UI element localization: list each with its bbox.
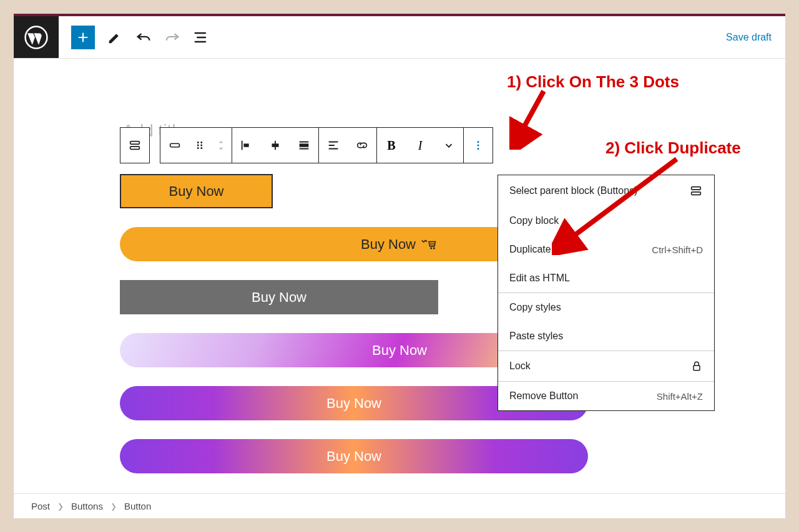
menu-label: Copy styles (509, 302, 561, 313)
align-center-icon (268, 138, 282, 152)
menu-label: Lock (509, 360, 531, 372)
document-outline-button[interactable] (192, 29, 210, 46)
svg-point-9 (200, 147, 202, 149)
buttons-block-icon (128, 138, 142, 152)
block-toolbar-group-align (232, 127, 319, 163)
svg-rect-3 (170, 143, 180, 147)
menu-label: Duplicate (509, 244, 551, 255)
chevron-right-icon: ❯ (110, 502, 117, 511)
move-updown-icon (214, 138, 228, 152)
breadcrumb-item[interactable]: Button (124, 501, 151, 511)
button-label: Buy Now (326, 395, 381, 412)
redo-button[interactable] (164, 29, 181, 46)
svg-point-17 (433, 247, 435, 249)
pencil-icon (106, 29, 124, 46)
top-toolbar: Save draft (14, 16, 785, 59)
editor-frame: Save draft Add title (14, 14, 785, 518)
italic-button[interactable]: I (406, 128, 434, 163)
text-align-icon (326, 138, 340, 152)
align-full-button[interactable] (290, 128, 318, 163)
menu-remove[interactable]: Remove Button Shift+Alt+Z (498, 381, 714, 410)
svg-rect-20 (694, 365, 700, 370)
select-buttons-block-button[interactable] (120, 128, 149, 163)
redo-icon (164, 29, 181, 46)
wordpress-icon (24, 26, 48, 49)
svg-point-7 (200, 145, 202, 147)
svg-point-8 (197, 147, 199, 149)
link-icon (355, 138, 369, 152)
buy-now-button-6[interactable]: Buy Now (120, 439, 588, 473)
list-icon (192, 29, 210, 46)
chevron-down-icon (442, 138, 456, 152)
svg-rect-12 (300, 143, 309, 147)
block-options-button[interactable] (464, 128, 493, 163)
save-draft-link[interactable]: Save draft (726, 32, 772, 43)
top-right-tools: Save draft (726, 16, 785, 58)
arrow-2 (552, 155, 683, 255)
plus-icon (76, 31, 90, 44)
move-updown-button[interactable] (210, 128, 232, 163)
block-toolbar-group-parent (120, 127, 150, 163)
edit-mode-button[interactable] (106, 29, 124, 46)
align-center-button[interactable] (261, 128, 290, 163)
svg-point-16 (430, 247, 432, 249)
block-type-button[interactable] (160, 128, 189, 163)
top-left-tools (59, 16, 210, 58)
svg-point-6 (197, 145, 199, 147)
block-toolbar-group-more (463, 127, 493, 163)
svg-rect-19 (692, 192, 701, 195)
breadcrumb-item[interactable]: Post (31, 501, 50, 511)
button-block-icon (168, 138, 182, 152)
menu-edit-html[interactable]: Edit as HTML (498, 264, 714, 293)
svg-point-15 (477, 148, 479, 150)
text-align-button[interactable] (319, 128, 348, 163)
button-label: Buy Now (361, 236, 416, 253)
button-label: Buy Now (326, 448, 381, 465)
block-toolbar-group-text: B I (376, 127, 464, 163)
cart-icon (419, 238, 438, 251)
svg-point-14 (477, 144, 479, 146)
bold-button[interactable]: B (377, 128, 406, 163)
svg-rect-10 (243, 143, 248, 147)
annotation-1: 1) Click On The 3 Dots (507, 72, 679, 92)
three-dots-icon (471, 138, 485, 152)
menu-shortcut: Shift+Alt+Z (657, 391, 703, 402)
more-text-button[interactable] (434, 128, 463, 163)
align-left-icon (240, 138, 253, 152)
link-button[interactable] (348, 128, 376, 163)
wordpress-logo[interactable] (14, 16, 59, 58)
menu-label: Remove Button (509, 390, 578, 402)
annotation-2: 2) Click Duplicate (605, 138, 741, 158)
button-label: Buy Now (169, 183, 223, 200)
menu-paste-styles[interactable]: Paste styles (498, 322, 714, 351)
align-left-button[interactable] (232, 128, 261, 163)
add-block-button[interactable] (71, 26, 95, 49)
drag-handle[interactable] (189, 128, 210, 163)
menu-label: Paste styles (509, 331, 563, 342)
lock-icon (690, 360, 703, 372)
svg-rect-1 (130, 142, 140, 145)
align-full-icon (297, 138, 311, 152)
buy-now-button-1[interactable]: Buy Now (120, 174, 273, 208)
button-label: Buy Now (252, 289, 306, 306)
menu-copy-styles[interactable]: Copy styles (498, 293, 714, 322)
svg-rect-18 (692, 187, 701, 190)
svg-point-4 (197, 142, 199, 143)
editor-canvas: Add title (14, 59, 785, 493)
menu-lock[interactable]: Lock (498, 351, 714, 381)
drag-icon (193, 138, 207, 152)
breadcrumb-item[interactable]: Buttons (71, 501, 103, 511)
undo-button[interactable] (135, 29, 152, 46)
block-toolbar-group-transform (160, 127, 232, 163)
svg-point-5 (200, 142, 202, 143)
block-toolbar-group-link (318, 127, 377, 163)
svg-rect-2 (130, 147, 140, 150)
buttons-block-icon (689, 184, 703, 198)
breadcrumb: Post ❯ Buttons ❯ Button (14, 493, 785, 518)
button-label: Buy Now (372, 342, 427, 359)
buy-now-button-3[interactable]: Buy Now (120, 280, 438, 314)
block-toolbar: B I (120, 127, 493, 163)
svg-rect-11 (272, 143, 279, 147)
svg-point-13 (477, 141, 479, 143)
arrow-1 (509, 87, 553, 150)
